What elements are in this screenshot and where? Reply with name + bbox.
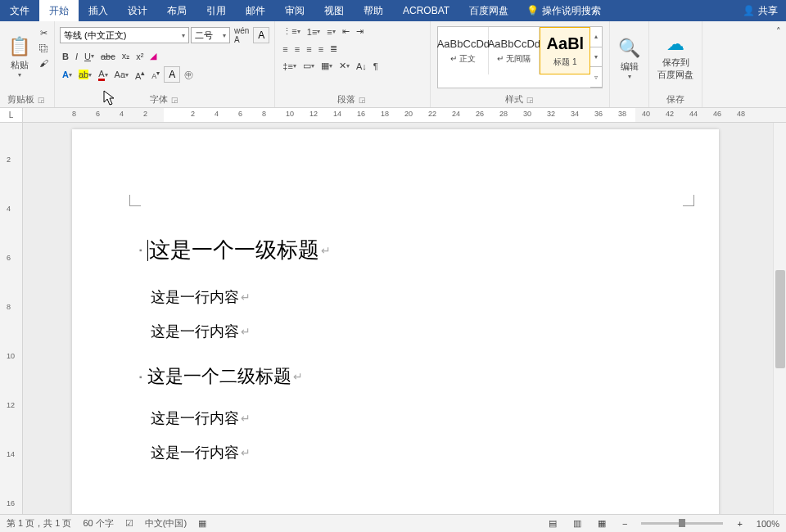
tab-help[interactable]: 帮助 bbox=[354, 0, 393, 21]
font-color-button[interactable]: A▾ bbox=[96, 67, 110, 83]
bold-button[interactable]: B bbox=[60, 50, 71, 63]
view-print-layout[interactable]: ▥ bbox=[571, 516, 584, 530]
line-spacing-button[interactable]: ‡≡▾ bbox=[280, 60, 299, 73]
justify-button[interactable]: ≡ bbox=[316, 43, 326, 56]
paragraph-launcher[interactable]: ◲ bbox=[357, 96, 368, 104]
show-marks-button[interactable]: ¶ bbox=[371, 60, 381, 73]
cloud-icon: ☁ bbox=[666, 34, 684, 55]
ruler-mark: 32 bbox=[547, 110, 555, 118]
outdent-icon: ⇤ bbox=[342, 26, 350, 37]
zoom-slider[interactable] bbox=[641, 522, 723, 525]
copy-button[interactable]: ⿻ bbox=[37, 42, 51, 55]
highlight-button[interactable]: ab▾ bbox=[76, 68, 94, 81]
paste-button[interactable]: 📋 粘贴 ▾ bbox=[3, 23, 35, 92]
subscript-button[interactable]: x₂ bbox=[120, 49, 133, 63]
font-size-combo[interactable]: 二号 ▾ bbox=[191, 27, 230, 43]
style-no-spacing[interactable]: AaBbCcDd ↵ 无间隔 bbox=[489, 27, 540, 74]
clear-formatting-button[interactable]: ◢ bbox=[147, 49, 159, 63]
tab-view[interactable]: 视图 bbox=[314, 0, 354, 21]
shrink-font-button[interactable]: A▾ bbox=[149, 68, 162, 82]
phonetic-guide-button[interactable]: wénA bbox=[232, 25, 251, 46]
sort-button[interactable]: A↓ bbox=[354, 60, 369, 73]
zoom-slider-thumb[interactable] bbox=[679, 519, 685, 527]
superscript-button[interactable]: x² bbox=[133, 50, 146, 63]
char-shading-button[interactable]: A bbox=[164, 66, 180, 83]
zoom-level[interactable]: 100% bbox=[757, 519, 779, 529]
align-left-button[interactable]: ≡ bbox=[280, 43, 290, 56]
font-name-combo[interactable]: 等线 (中文正文) ▾ bbox=[60, 27, 189, 43]
tab-file[interactable]: 文件 bbox=[0, 0, 39, 21]
style-heading-1[interactable]: AaBl 标题 1 bbox=[540, 27, 590, 74]
ruler-vertical[interactable]: 246810121416 bbox=[0, 123, 23, 514]
grow-font-button[interactable]: A▴ bbox=[133, 66, 147, 83]
save-to-baidu-button[interactable]: ☁ 保存到 百度网盘 bbox=[653, 23, 698, 92]
tab-mailings[interactable]: 邮件 bbox=[236, 0, 275, 21]
tab-baidu[interactable]: 百度网盘 bbox=[459, 0, 518, 21]
zoom-in-button[interactable]: + bbox=[734, 517, 744, 530]
spell-check-icon[interactable]: ☑ bbox=[125, 518, 133, 529]
vertical-scrollbar[interactable] bbox=[773, 123, 786, 514]
text-effects-button[interactable]: A▾ bbox=[60, 68, 75, 81]
gallery-scroll-down[interactable]: ▾ bbox=[590, 47, 602, 68]
tab-home[interactable]: 开始 bbox=[39, 0, 79, 21]
ruler-mark: 24 bbox=[452, 110, 460, 118]
macro-icon[interactable]: ▦ bbox=[198, 518, 206, 529]
bullets-button[interactable]: ⋮≡▾ bbox=[280, 25, 302, 38]
doc-paragraph[interactable]: 这是一行内容 ↵ bbox=[151, 443, 640, 462]
language-status[interactable]: 中文(中国) bbox=[145, 517, 187, 530]
tab-layout[interactable]: 布局 bbox=[157, 0, 196, 21]
font-launcher[interactable]: ◲ bbox=[169, 96, 180, 104]
page[interactable]: ▪ 这是一个一级标题 ↵ 这是一行内容 ↵ 这是一行内容 ↵ ▪ 这是一个二级标… bbox=[72, 129, 719, 514]
doc-paragraph[interactable]: 这是一行内容 ↵ bbox=[151, 287, 640, 307]
scrollbar-thumb[interactable] bbox=[775, 270, 785, 368]
page-status[interactable]: 第 1 页，共 1 页 bbox=[7, 517, 71, 530]
cut-button[interactable]: ✂ bbox=[37, 26, 51, 40]
word-count[interactable]: 60 个字 bbox=[83, 517, 113, 530]
tab-insert[interactable]: 插入 bbox=[79, 0, 118, 21]
styles-gallery[interactable]: AaBbCcDd ↵ 正文 AaBbCcDd ↵ 无间隔 AaBl 标题 1 ▴… bbox=[437, 26, 603, 88]
align-right-button[interactable]: ≡ bbox=[304, 43, 314, 56]
tab-acrobat[interactable]: ACROBAT bbox=[393, 0, 459, 21]
tell-me-search[interactable]: 💡 操作说明搜索 bbox=[518, 0, 609, 21]
doc-heading-2[interactable]: ▪ 这是一个二级标题 ↵ bbox=[151, 364, 640, 389]
tab-design[interactable]: 设计 bbox=[118, 0, 157, 21]
ruler-horizontal[interactable]: L 86422468101214161820222426283032343638… bbox=[0, 108, 786, 123]
doc-paragraph[interactable]: 这是一行内容 ↵ bbox=[151, 322, 640, 341]
multilevel-button[interactable]: ≡▾ bbox=[324, 25, 337, 38]
strikethrough-button[interactable]: abc bbox=[98, 50, 118, 63]
doc-paragraph[interactable]: 这是一行内容 ↵ bbox=[151, 408, 640, 428]
align-center-button[interactable]: ≡ bbox=[292, 43, 302, 56]
tab-review[interactable]: 审阅 bbox=[275, 0, 314, 21]
shrink-font-icon: A▾ bbox=[151, 70, 160, 80]
gallery-expand[interactable]: ▿ bbox=[590, 67, 602, 88]
style-normal[interactable]: AaBbCcDd ↵ 正文 bbox=[438, 27, 489, 74]
styles-launcher[interactable]: ◲ bbox=[525, 96, 535, 104]
share-button[interactable]: 👤 共享 bbox=[734, 0, 786, 21]
decrease-indent-button[interactable]: ⇤ bbox=[340, 25, 352, 38]
clipboard-launcher[interactable]: ◲ bbox=[36, 96, 47, 104]
character-border-button[interactable]: A bbox=[253, 27, 269, 43]
borders-button[interactable]: ▦▾ bbox=[318, 59, 335, 73]
numbering-button[interactable]: 1≡▾ bbox=[305, 25, 323, 38]
shading-icon: ▭ bbox=[303, 61, 311, 71]
zoom-out-button[interactable]: − bbox=[620, 517, 630, 530]
underline-button[interactable]: U▾ bbox=[82, 50, 97, 63]
doc-heading-1[interactable]: ▪ 这是一个一级标题 ↵ bbox=[151, 236, 640, 264]
page-scroll[interactable]: ▪ 这是一个一级标题 ↵ 这是一行内容 ↵ 这是一行内容 ↵ ▪ 这是一个二级标… bbox=[23, 123, 786, 514]
tab-references[interactable]: 引用 bbox=[196, 0, 236, 21]
format-painter-button[interactable]: 🖌 bbox=[37, 56, 51, 70]
align-center-icon: ≡ bbox=[295, 44, 300, 54]
collapse-ribbon-button[interactable]: ˄ bbox=[774, 25, 784, 38]
shading-button[interactable]: ▭▾ bbox=[300, 59, 317, 73]
italic-button[interactable]: I bbox=[73, 50, 80, 63]
view-read-mode[interactable]: ▤ bbox=[546, 516, 559, 530]
asian-layout-button[interactable]: ✕▾ bbox=[337, 59, 352, 73]
editing-button[interactable]: 🔍 编辑 ▾ bbox=[613, 23, 645, 94]
view-web-layout[interactable]: ▦ bbox=[595, 516, 608, 530]
tab-selector[interactable]: L bbox=[0, 108, 23, 123]
increase-indent-button[interactable]: ⇥ bbox=[354, 25, 366, 38]
gallery-scroll-up[interactable]: ▴ bbox=[590, 27, 602, 47]
enclose-char-button[interactable]: ㊥ bbox=[182, 67, 196, 83]
distributed-button[interactable]: ≣ bbox=[328, 42, 340, 56]
change-case-button[interactable]: Aa▾ bbox=[112, 68, 131, 81]
